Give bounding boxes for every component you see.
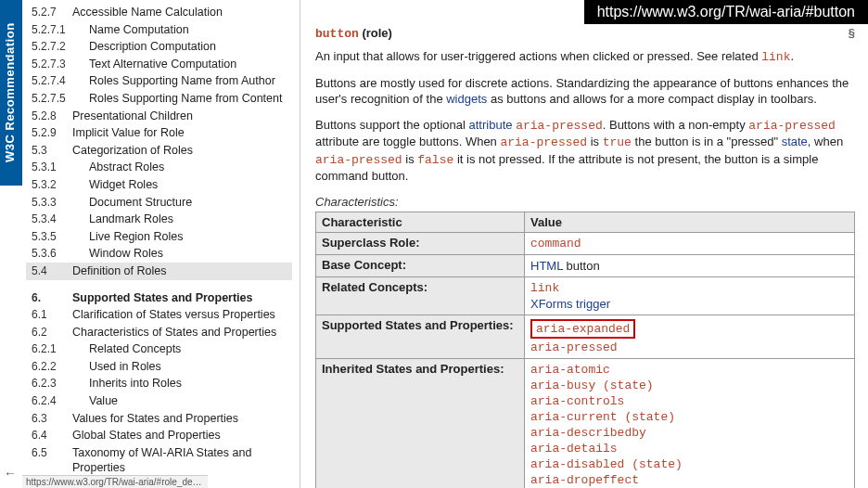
text: is [402, 152, 418, 166]
related-concept-link[interactable]: XForms trigger [530, 296, 849, 312]
toc-label: Document Structure [89, 195, 192, 210]
toc-item[interactable]: 5.3Categorization of Roles [26, 142, 292, 160]
toc-number: 5.2.7.5 [26, 92, 72, 107]
toc-item[interactable]: 6.2.1Related Concepts [26, 340, 292, 358]
toc-item[interactable]: 5.2.7.3Text Alternative Computation [26, 56, 292, 73]
toc-item[interactable]: 6.1Clarification of States versus Proper… [26, 306, 292, 324]
aria-pressed-code: aria-pressed [748, 119, 836, 133]
toc-item[interactable]: 6.3Values for States and Properties [26, 410, 292, 428]
row-baseconcept-value: HTML button [525, 255, 855, 277]
toc-label: Clarification of States versus Propertie… [72, 307, 275, 322]
toc-item[interactable]: 5.2.7.5Roles Supporting Name from Conten… [26, 90, 292, 108]
row-superclass-label: Superclass Role: [316, 233, 525, 255]
toc-number: 6.5 [26, 446, 72, 461]
attribute-link[interactable]: attribute [469, 118, 513, 132]
link-link[interactable]: link [761, 50, 790, 64]
toc-item[interactable]: 5.3.3Document Structure [26, 194, 292, 212]
supported-property-link[interactable]: aria-pressed [530, 340, 849, 355]
toc-label: Implicit Value for Role [72, 125, 185, 140]
text: is [587, 135, 603, 148]
state-link[interactable]: state [782, 135, 808, 148]
toc-item[interactable]: 6.Supported States and Properties [26, 289, 292, 307]
toc-item[interactable]: 5.2.7.4Roles Supporting Name from Author [26, 72, 292, 90]
w3c-recommendation-tab[interactable]: W3C Recommendation [0, 0, 22, 186]
toc-item[interactable]: 6.2Characteristics of States and Propert… [26, 324, 292, 341]
row-inherited-value: aria-atomicaria-busy (state)aria-control… [525, 359, 855, 488]
html-button-link[interactable]: HTML button [530, 258, 849, 274]
row-supported-label: Supported States and Properties: [316, 315, 525, 359]
toc-item[interactable]: 5.3.1Abstract Roles [26, 159, 292, 176]
true-code: true [603, 135, 632, 149]
row-baseconcept-label: Base Concept: [316, 255, 525, 277]
toc-number: 6.1 [26, 308, 72, 323]
toc-number: 6.2 [26, 326, 72, 340]
widgets-link[interactable]: widgets [446, 92, 487, 106]
table-caption: Characteristics: [315, 194, 855, 211]
inherited-property-link[interactable]: aria-controls [530, 393, 849, 409]
toc-item[interactable]: 5.4Definition of Roles [26, 263, 292, 280]
row-related-label: Related Concepts: [316, 277, 525, 315]
toc-number: 6. [26, 291, 72, 306]
toc-item[interactable]: 5.3.4Landmark Roles [26, 211, 292, 228]
th-value: Value [525, 212, 855, 233]
supported-property-link[interactable]: aria-expanded [530, 318, 849, 340]
inherited-property-link[interactable]: aria-describedby [530, 425, 849, 441]
toc-label: Inherits into Roles [89, 376, 182, 391]
text: . Buttons with a non-empty [603, 118, 749, 132]
toc-label: Global States and Properties [72, 428, 221, 443]
toc-item[interactable]: 6.2.4Value [26, 392, 292, 410]
th-characteristic: Characteristic [316, 212, 525, 233]
back-arrow-icon[interactable]: ← [4, 466, 17, 481]
main-content: button (role) § An input that allows for… [315, 22, 862, 488]
toc-item[interactable]: 6.2.3Inherits into Roles [26, 375, 292, 392]
toc-item[interactable]: 6.5Taxonomy of WAI-ARIA States and Prope… [26, 444, 292, 477]
toc-number: 5.3.6 [26, 247, 72, 262]
row-supported-value: aria-expandedaria-pressed [525, 315, 855, 359]
inherited-property-link[interactable]: aria-current (state) [530, 409, 849, 425]
command-link[interactable]: command [530, 236, 849, 251]
toc-label: Accessible Name Calculation [72, 5, 223, 19]
toc-item[interactable]: 6.2.2Used in Roles [26, 358, 292, 376]
toc-label: Definition of Roles [72, 263, 166, 278]
toc-item[interactable]: 5.2.9Implicit Value for Role [26, 124, 292, 142]
text: , when [808, 135, 843, 148]
toc-number: 6.4 [26, 429, 72, 443]
toc-label: Values for States and Properties [72, 411, 238, 426]
section-link-icon[interactable]: § [849, 26, 855, 40]
related-concept-link[interactable]: link [530, 280, 849, 296]
toc-item[interactable]: 5.2.7.2Description Computation [26, 38, 292, 56]
inherited-property-link[interactable]: aria-atomic [530, 362, 849, 378]
toc-number: 6.2.3 [26, 377, 72, 392]
toc-label: Abstract Roles [89, 160, 164, 174]
toc-number: 6.3 [26, 412, 72, 427]
toc-item[interactable]: 5.3.2Widget Roles [26, 176, 292, 194]
toc-number: 5.4 [26, 264, 72, 279]
toc-number: 6.2.1 [26, 342, 72, 357]
toc-item[interactable]: 6.4Global States and Properties [26, 427, 292, 444]
toc-label: Landmark Roles [89, 212, 173, 226]
text: as buttons and allows for a more compact… [487, 92, 817, 106]
toc-label: Roles Supporting Name from Content [89, 91, 282, 106]
toc-label: Window Roles [89, 246, 163, 261]
toc-label: Supported States and Properties [72, 290, 252, 305]
aria-pressed-code: aria-pressed [315, 153, 402, 167]
text: HTML [530, 259, 563, 273]
inherited-property-link[interactable]: aria-details [530, 441, 849, 456]
toc-item[interactable]: 5.3.6Window Roles [26, 245, 292, 263]
toc-number: 5.2.7 [26, 6, 72, 20]
toc-label: Related Concepts [89, 341, 181, 356]
inherited-property-link[interactable]: aria-dropeffect [530, 472, 849, 488]
toc-item[interactable]: 5.3.5Live Region Roles [26, 228, 292, 246]
inherited-property-link[interactable]: aria-disabled (state) [530, 456, 849, 472]
toc-item[interactable]: 5.2.7Accessible Name Calculation [26, 4, 292, 21]
toc-number: 5.2.7.3 [26, 58, 72, 72]
toc-number: 5.3 [26, 144, 72, 159]
toc-number: 6.2.4 [26, 394, 72, 409]
toc-item[interactable]: 5.2.8Presentational Children [26, 108, 292, 125]
toc-label: Presentational Children [72, 109, 193, 123]
inherited-property-link[interactable]: aria-busy (state) [530, 378, 849, 393]
aria-pressed-link[interactable]: aria-pressed [516, 119, 603, 133]
toc-item[interactable]: 5.2.7.1Name Computation [26, 21, 292, 39]
toc-label: Used in Roles [89, 359, 161, 374]
row-superclass-value: command [525, 233, 855, 255]
